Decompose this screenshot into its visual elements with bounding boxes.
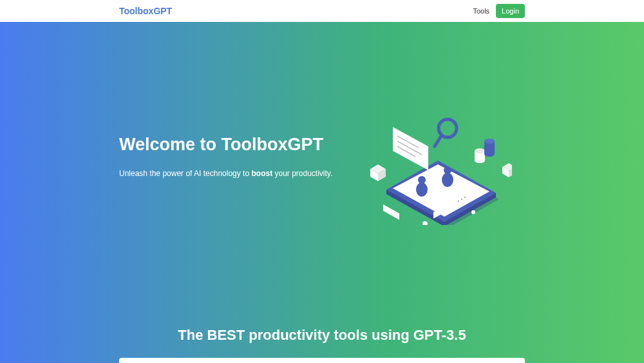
- small-card-icon: [383, 204, 399, 220]
- svg-point-32: [464, 197, 466, 198]
- navbar: ToolboxGPT Tools Login: [0, 0, 644, 22]
- hero-subtitle-pre: Unleash the power of AI technology to: [119, 169, 251, 178]
- svg-point-7: [442, 173, 453, 187]
- brand-logo[interactable]: ToolboxGPT: [119, 6, 172, 16]
- dot-icon: [471, 210, 475, 214]
- section-title: The BEST productivity tools using GPT-3.…: [0, 327, 644, 344]
- svg-point-20: [484, 139, 495, 144]
- svg-marker-27: [383, 204, 399, 220]
- cube-left-icon: [370, 164, 386, 181]
- card-left-icon: [393, 127, 428, 170]
- cube-right-icon: [502, 163, 512, 177]
- content-box: [119, 358, 525, 363]
- svg-point-30: [458, 201, 459, 202]
- svg-point-6: [418, 176, 426, 184]
- svg-line-10: [435, 136, 441, 146]
- svg-point-5: [416, 182, 428, 197]
- tools-link[interactable]: Tools: [473, 7, 489, 15]
- nav-right: Tools Login: [473, 4, 525, 18]
- magnifier-icon: [435, 119, 457, 146]
- dot-icon: [422, 221, 428, 225]
- hero-section: Welcome to ToolboxGPT Unleash the power …: [0, 22, 644, 363]
- cylinders-icon: [475, 139, 495, 163]
- svg-point-8: [444, 166, 451, 174]
- hero-illustration: [364, 96, 512, 225]
- svg-point-31: [461, 199, 462, 200]
- svg-point-17: [475, 148, 485, 153]
- hero-content: Welcome to ToolboxGPT Unleash the power …: [0, 135, 644, 178]
- tablet-icon: [386, 161, 499, 225]
- hero-subtitle-post: your productivity.: [272, 169, 332, 178]
- login-button[interactable]: Login: [496, 4, 525, 18]
- hero-subtitle-bold: boost: [251, 169, 272, 178]
